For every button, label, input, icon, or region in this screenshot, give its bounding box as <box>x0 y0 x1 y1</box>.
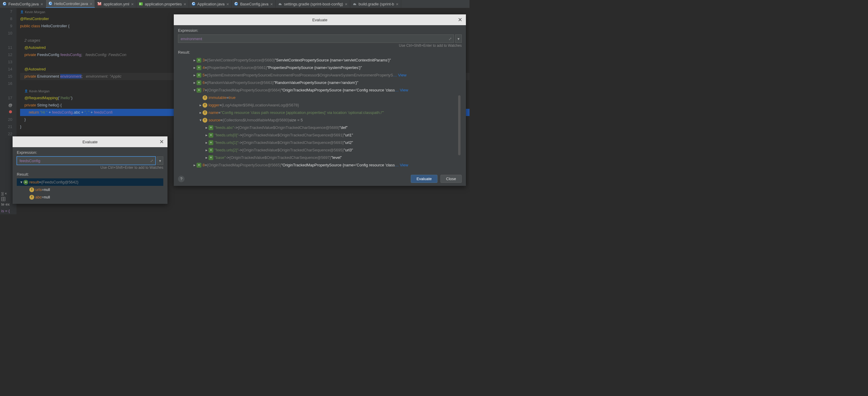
expand-arrow-icon[interactable]: ▸ <box>204 154 209 161</box>
tree-node[interactable]: ▸≡8 = {OriginTrackedMapPropertySource@56… <box>178 161 462 169</box>
view-link[interactable]: … View <box>395 86 408 94</box>
expression-input[interactable]: environment ⤢ <box>178 34 454 43</box>
node-type-icon: ≡ <box>196 65 202 70</box>
file-icon <box>353 2 357 6</box>
svg-text:YML: YML <box>97 2 101 6</box>
expand-arrow-icon[interactable]: ▸ <box>204 139 209 146</box>
svg-text:C: C <box>235 2 238 6</box>
tree-node[interactable]: ▸≡5 = {SystemEnvironmentPropertySourceEn… <box>178 71 462 79</box>
dialog-titlebar[interactable]: Evaluate ✕ <box>12 136 167 147</box>
history-dropdown[interactable]: ▾ <box>157 156 163 165</box>
file-icon: YML <box>97 2 101 6</box>
tree-node[interactable]: ▸fname = "Config resource 'class path re… <box>178 109 462 116</box>
expand-arrow-icon[interactable]: ▾ <box>198 116 203 124</box>
svg-rect-8 <box>140 4 141 5</box>
tree-node[interactable]: ▾≡7 = {OriginTrackedMapPropertySource@56… <box>178 86 462 94</box>
dialog-titlebar[interactable]: Evaluate ✕ <box>174 14 466 25</box>
close-tab-icon[interactable]: × <box>131 1 134 7</box>
tree-node[interactable]: ▸≡"feeds.urls[0]" -> {OriginTrackedValue… <box>178 131 462 139</box>
close-tab-icon[interactable]: × <box>184 1 186 7</box>
tree-node[interactable]: ▾fsource = {Collections$UnmodifiableMap@… <box>178 116 462 124</box>
close-tab-icon[interactable]: × <box>90 1 93 6</box>
node-type-icon: f <box>203 103 207 108</box>
expand-arrow-icon[interactable]: ▸ <box>192 161 196 169</box>
editor-tab[interactable]: settings.gradle (sprint-boot-config)× <box>276 0 350 8</box>
tree-node[interactable]: fimmutable = true <box>178 94 462 101</box>
close-icon[interactable]: ✕ <box>458 17 462 23</box>
expand-arrow-icon[interactable]: ▸ <box>204 131 209 139</box>
hint-text: Use Ctrl+Shift+Enter to add to Watches <box>178 43 462 48</box>
editor-tab[interactable]: CBaseConfig.java× <box>231 0 275 8</box>
result-label: Result: <box>178 50 462 55</box>
editor-tab[interactable]: CApplication.java× <box>189 0 232 8</box>
usages-inlay[interactable]: 2 usages <box>24 38 40 42</box>
node-type-icon: f <box>29 195 34 200</box>
evaluate-button[interactable]: Evaluate <box>411 175 437 183</box>
scrollbar[interactable] <box>458 95 461 155</box>
tree-node[interactable]: ▸≡"base" -> {OriginTrackedValue$OriginTr… <box>178 154 462 161</box>
close-tab-icon[interactable]: × <box>40 1 43 7</box>
close-tab-icon[interactable]: × <box>226 1 229 7</box>
tree-node[interactable]: ▸≡4 = {PropertiesPropertySource@5661} "P… <box>178 64 462 71</box>
tree-node[interactable]: ▸≡3 = {ServletContextPropertySource@5660… <box>178 56 462 64</box>
tree-node[interactable]: fabc = null <box>17 193 163 201</box>
expand-arrow-icon[interactable]: ▸ <box>198 109 203 116</box>
expand-arrow-icon[interactable]: ▾ <box>19 178 23 186</box>
tree-node[interactable]: ▸flogger = {LogAdapter$Slf4jLocationAwar… <box>178 101 462 109</box>
node-type-icon: f <box>203 118 207 123</box>
expand-arrow-icon[interactable]: ▸ <box>204 124 209 131</box>
editor-tab[interactable]: CFeedsConfig.java× <box>0 0 46 8</box>
editor-tab[interactable]: CHelloController.java× <box>46 0 95 8</box>
expand-arrow-icon[interactable]: ▸ <box>192 71 196 79</box>
expand-arrow-icon[interactable]: ▸ <box>192 64 196 71</box>
file-icon: C <box>234 2 238 6</box>
editor-tab[interactable]: build.gradle (sprint-b× <box>350 0 401 8</box>
svg-rect-6 <box>139 2 143 5</box>
file-icon <box>278 2 282 6</box>
svg-rect-7 <box>140 3 141 4</box>
editor-tab[interactable]: application.properties× <box>136 0 189 8</box>
expand-arrow-icon[interactable]: ▾ <box>192 86 196 94</box>
tree-node[interactable]: ▾∞result = {FeedsConfig@5642} <box>17 178 163 186</box>
file-icon: C <box>2 2 7 6</box>
tree-node[interactable]: furls = null <box>17 186 163 193</box>
expand-icon[interactable]: ⤢ <box>150 159 153 163</box>
editor-tab[interactable]: YMLapplication.yml× <box>95 0 136 8</box>
expression-label: Expression: <box>178 28 462 33</box>
result-tree[interactable]: ▸≡3 = {ServletContextPropertySource@5660… <box>178 56 462 169</box>
author-inlay: Kevin Morgan <box>24 88 50 95</box>
node-type-icon: ≡ <box>196 73 202 78</box>
close-tab-icon[interactable]: × <box>345 1 347 7</box>
node-type-icon: f <box>203 95 207 100</box>
view-link[interactable]: … View <box>393 71 407 79</box>
node-type-icon: ≡ <box>209 125 213 130</box>
expand-icon[interactable]: ⤢ <box>448 37 452 41</box>
table-icon[interactable] <box>1 197 5 201</box>
svg-point-13 <box>9 110 12 113</box>
expand-arrow-icon[interactable]: ▸ <box>204 146 209 154</box>
result-tree[interactable]: ▾∞result = {FeedsConfig@5642} furls = nu… <box>17 178 163 201</box>
expand-arrow-icon[interactable]: ▸ <box>198 101 203 109</box>
close-icon[interactable]: ✕ <box>159 139 164 145</box>
node-type-icon: ≡ <box>196 58 202 63</box>
expression-input[interactable]: feedsConfig ⤢ <box>17 156 155 165</box>
svg-text:C: C <box>192 2 195 6</box>
close-tab-icon[interactable]: × <box>270 1 273 7</box>
node-type-icon: ≡ <box>209 148 213 153</box>
help-button[interactable]: ? <box>178 176 185 182</box>
tree-node[interactable]: ▸≡6 = {RandomValuePropertySource@5663} "… <box>178 79 462 86</box>
expand-arrow-icon[interactable]: ▸ <box>192 79 196 86</box>
tree-node[interactable]: ▸≡"feeds.urls[1]" -> {OriginTrackedValue… <box>178 139 462 146</box>
node-type-icon: ≡ <box>196 80 202 85</box>
editor-tabs: CFeedsConfig.java×CHelloController.java×… <box>0 0 469 8</box>
history-dropdown[interactable]: ▾ <box>455 34 462 43</box>
node-type-icon: ∞ <box>23 180 28 185</box>
expand-arrow-icon[interactable]: ▸ <box>192 56 196 64</box>
result-label: Result: <box>17 172 163 177</box>
tree-node[interactable]: ▸≡"feeds.urls[2]" -> {OriginTrackedValue… <box>178 146 462 154</box>
close-button[interactable]: Close <box>440 175 462 183</box>
tree-node[interactable]: ▸≡"feeds.abc" -> {OriginTrackedValue$Ori… <box>178 124 462 131</box>
node-type-icon: f <box>203 110 207 115</box>
close-tab-icon[interactable]: × <box>396 1 399 7</box>
view-link[interactable]: … View <box>395 161 408 169</box>
